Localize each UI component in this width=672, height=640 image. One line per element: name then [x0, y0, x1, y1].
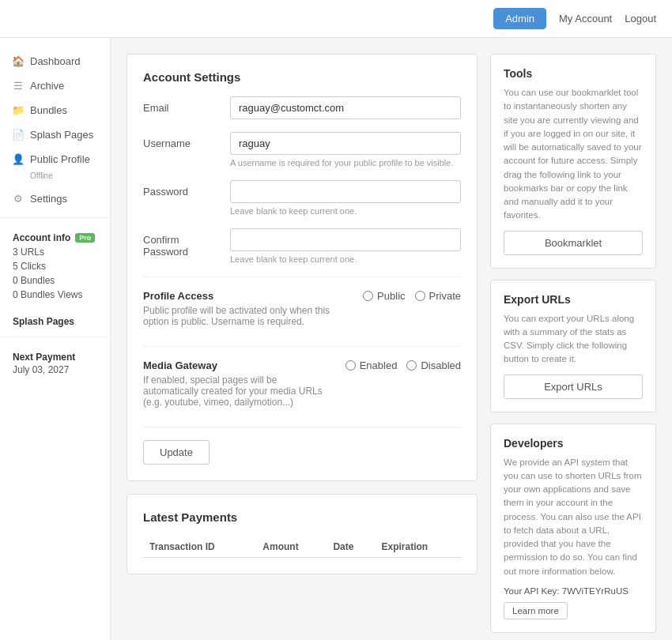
col-expiration: Expiration	[375, 536, 461, 558]
center-content: Account Settings Email Username A userna…	[126, 54, 478, 633]
sidebar-label-dashboard: Dashboard	[30, 55, 81, 67]
confirm-password-hint: Leave blank to keep current one.	[230, 254, 461, 264]
bookmarklet-button[interactable]: Bookmarklet	[504, 231, 643, 255]
settings-divider-1	[143, 277, 461, 277]
media-enabled-option[interactable]: Enabled	[345, 360, 398, 371]
logout-link[interactable]: Logout	[625, 13, 656, 24]
media-enabled-label: Enabled	[360, 360, 398, 371]
username-input[interactable]	[230, 132, 461, 155]
sidebar-item-splash-pages[interactable]: 📄 Splash Pages	[0, 122, 110, 147]
profile-private-label: Private	[429, 290, 461, 302]
settings-icon: ⚙	[13, 194, 24, 205]
right-sidebar: Tools You can use our bookmarklet tool t…	[490, 54, 656, 633]
profile-public-label: Public	[377, 290, 405, 302]
password-input[interactable]	[230, 180, 461, 203]
export-urls-card: Export URLs You can export your URLs alo…	[490, 280, 656, 412]
confirm-password-group: ConfirmPassword Leave blank to keep curr…	[143, 228, 461, 264]
my-account-link[interactable]: My Account	[559, 13, 612, 24]
stat-bundles-views: 0 Bundles Views	[13, 289, 97, 300]
media-disabled-label: Disabled	[421, 360, 461, 371]
export-urls-description: You can export your URLs along with a su…	[504, 312, 643, 367]
sidebar-label-splash: Splash Pages	[30, 129, 93, 141]
profile-public-option[interactable]: Public	[363, 290, 405, 302]
developers-description: We provide an API system that you can us…	[504, 456, 643, 578]
payments-header-row: Transaction ID Amount Date Expiration	[143, 536, 461, 558]
learn-more-button[interactable]: Learn more	[504, 602, 568, 619]
password-field-wrapper: Leave blank to keep current one.	[230, 180, 461, 216]
sidebar-item-public-profile[interactable]: 👤 Public Profile Offline	[0, 147, 110, 186]
profile-access-desc: Profile Access Public profile will be ac…	[143, 290, 350, 333]
account-info: Account info Pro 3 URLs 5 Clicks 0 Bundl…	[0, 224, 110, 308]
settings-divider-3	[143, 427, 461, 427]
profile-icon: 👤	[13, 154, 24, 165]
sidebar-label-settings: Settings	[30, 193, 67, 205]
profile-access-description: Public profile will be activated only wh…	[143, 305, 350, 327]
profile-access-row: Profile Access Public profile will be ac…	[143, 290, 461, 333]
api-key-row: Your API Key: 7WViTEYrRuUS	[504, 586, 643, 596]
password-group: Password Leave blank to keep current one…	[143, 180, 461, 216]
developers-card: Developers We provide an API system that…	[490, 424, 656, 633]
email-field-wrapper	[230, 96, 461, 119]
developers-title: Developers	[504, 437, 643, 450]
media-disabled-option[interactable]: Disabled	[406, 360, 461, 371]
splash-icon: 📄	[13, 130, 24, 141]
main-content: Account Settings Email Username A userna…	[111, 38, 672, 640]
stat-bundles: 0 Bundles	[13, 275, 97, 286]
col-amount: Amount	[256, 536, 327, 558]
col-transaction-id: Transaction ID	[143, 536, 256, 558]
pro-badge: Pro	[75, 233, 95, 243]
media-disabled-radio[interactable]	[406, 360, 417, 371]
sidebar-item-settings[interactable]: ⚙ Settings	[0, 186, 110, 211]
sidebar: 🏠 Dashboard ☰ Archive 📁 Bundles 📄 Splash…	[0, 38, 111, 640]
confirm-password-label: ConfirmPassword	[143, 228, 230, 258]
profile-private-radio[interactable]	[415, 291, 425, 301]
latest-payments-title: Latest Payments	[143, 510, 461, 524]
confirm-password-field-wrapper: Leave blank to keep current one.	[230, 228, 461, 264]
admin-button[interactable]: Admin	[493, 8, 546, 29]
tools-title: Tools	[504, 67, 643, 80]
profile-access-title: Profile Access	[143, 290, 350, 302]
username-group: Username A username is required for your…	[143, 132, 461, 168]
username-label: Username	[143, 132, 230, 149]
export-urls-button[interactable]: Export URLs	[504, 375, 643, 399]
username-hint: A username is required for your public p…	[230, 158, 461, 168]
confirm-password-input[interactable]	[230, 228, 461, 251]
sidebar-label-profile: Public Profile	[30, 153, 90, 165]
profile-access-radios: Public Private	[363, 290, 461, 302]
media-enabled-radio[interactable]	[345, 360, 356, 371]
next-payment-label: Next Payment	[13, 352, 97, 363]
bundles-icon: 📁	[13, 105, 24, 116]
profile-public-radio[interactable]	[363, 291, 373, 301]
api-key-value: 7WViTEYrRuUS	[562, 586, 629, 596]
sidebar-item-bundles[interactable]: 📁 Bundles	[0, 98, 110, 122]
tools-description: You can use our bookmarklet tool to inst…	[504, 86, 643, 223]
next-payment-section: Next Payment July 03, 2027	[0, 344, 110, 383]
top-nav: Admin My Account Logout	[0, 0, 672, 38]
account-settings-title: Account Settings	[143, 70, 461, 84]
sidebar-item-dashboard[interactable]: 🏠 Dashboard	[0, 49, 110, 73]
profile-private-option[interactable]: Private	[415, 290, 461, 302]
sidebar-label-archive: Archive	[30, 80, 64, 92]
email-input[interactable]	[230, 96, 461, 119]
export-urls-title: Export URLs	[504, 293, 643, 306]
account-info-title: Account info	[13, 232, 70, 243]
splash-pages-section-title: Splash Pages	[0, 308, 110, 330]
media-gateway-row: Media Gateway If enabled, special pages …	[143, 360, 461, 414]
username-field-wrapper: A username is required for your public p…	[230, 132, 461, 168]
settings-divider-2	[143, 346, 461, 347]
password-label: Password	[143, 180, 230, 198]
account-settings-card: Account Settings Email Username A userna…	[126, 54, 478, 481]
media-gateway-desc: Media Gateway If enabled, special pages …	[143, 360, 333, 414]
media-gateway-description: If enabled, special pages will be automa…	[143, 375, 333, 408]
profile-status: Offline	[30, 171, 53, 180]
email-group: Email	[143, 96, 461, 119]
tools-card: Tools You can use our bookmarklet tool t…	[490, 54, 656, 269]
sidebar-divider-1	[0, 217, 110, 218]
password-hint: Leave blank to keep current one.	[230, 206, 461, 216]
home-icon: 🏠	[13, 56, 24, 67]
update-button[interactable]: Update	[143, 440, 210, 465]
sidebar-item-archive[interactable]: ☰ Archive	[0, 73, 110, 98]
sidebar-label-bundles: Bundles	[30, 104, 67, 116]
payments-table: Transaction ID Amount Date Expiration	[143, 536, 461, 558]
stat-urls: 3 URLs	[13, 247, 97, 258]
